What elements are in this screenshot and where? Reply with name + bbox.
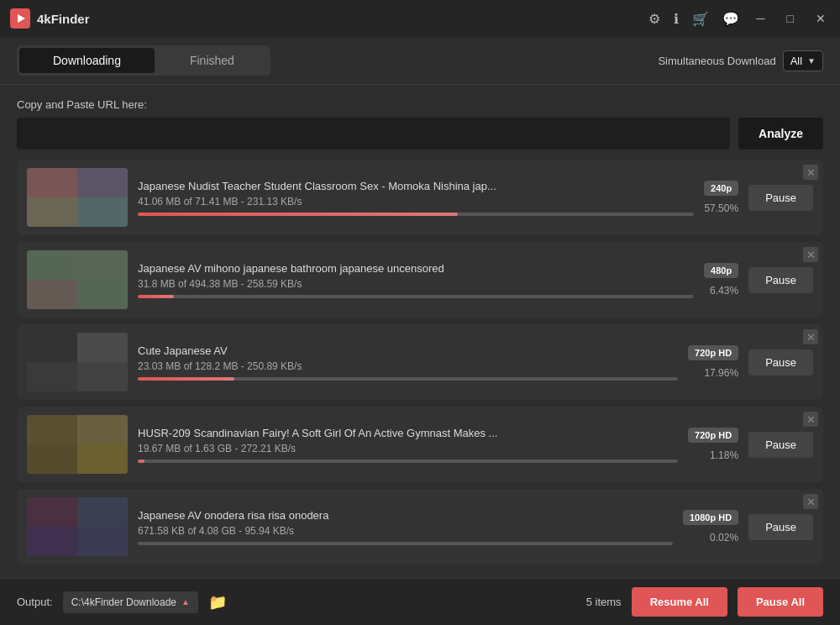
progress-bar-bg	[138, 542, 673, 545]
thumb-q4	[77, 527, 128, 556]
item-size: 19.67 MB of 1.63 GB - 272.21 KB/s	[138, 443, 678, 454]
close-item-button[interactable]: ✕	[803, 247, 818, 262]
pause-button[interactable]: Pause	[748, 267, 813, 293]
maximize-button[interactable]: □	[783, 10, 798, 27]
download-item: Japanese AV onodera risa risa onodera 67…	[17, 489, 823, 565]
thumb-q4	[77, 197, 128, 227]
url-section: Copy and Paste URL here: Analyze	[0, 85, 840, 160]
chevron-down-icon: ▼	[807, 56, 816, 66]
percent-label: 57.50%	[704, 202, 738, 214]
item-info: Japanese AV mihono japanese bathroom jap…	[138, 262, 694, 298]
simultaneous-value: All	[790, 55, 802, 67]
quality-badge: 480p	[704, 263, 738, 278]
item-right: 1080p HD 0.02%	[683, 510, 738, 544]
download-item: Japanese AV mihono japanese bathroom jap…	[17, 242, 823, 318]
progress-bar-bg	[138, 377, 678, 381]
thumb-q1	[27, 415, 77, 444]
item-info: Japanese AV onodera risa risa onodera 67…	[138, 509, 673, 545]
item-title: Cute Japanese AV	[138, 344, 678, 357]
pause-button[interactable]: Pause	[748, 185, 813, 211]
item-right: 480p 6.43%	[704, 263, 738, 297]
thumb-q1	[27, 168, 77, 197]
thumb-q4	[77, 444, 128, 474]
thumb-q3	[27, 444, 77, 474]
item-right: 720p HD 17.96%	[688, 345, 738, 379]
tab-group: Downloading Finished	[17, 45, 270, 76]
simultaneous-select[interactable]: All ▼	[783, 50, 823, 71]
item-title: Japanese AV onodera risa risa onodera	[138, 509, 673, 522]
thumb-q2	[77, 497, 128, 527]
close-item-button[interactable]: ✕	[803, 494, 818, 509]
quality-badge: 720p HD	[688, 345, 738, 360]
url-label: Copy and Paste URL here:	[17, 98, 823, 111]
output-arrow-icon: ▲	[181, 597, 190, 607]
percent-label: 1.18%	[710, 449, 738, 461]
percent-label: 0.02%	[710, 532, 738, 544]
item-info: HUSR-209 Scandinavian Fairy! A Soft Girl…	[138, 427, 678, 463]
title-bar-left: 4kFinder	[10, 8, 90, 29]
progress-bar-fill	[138, 213, 458, 216]
item-right: 720p HD 1.18%	[688, 428, 738, 461]
item-size: 671.58 KB of 4.08 GB - 95.94 KB/s	[138, 525, 673, 537]
simultaneous-label: Simultaneous Download	[658, 55, 775, 67]
item-size: 41.06 MB of 71.41 MB - 231.13 KB/s	[138, 196, 694, 207]
resume-all-button[interactable]: Resume All	[632, 587, 727, 617]
item-thumbnail	[27, 333, 128, 391]
percent-label: 17.96%	[704, 367, 738, 379]
close-item-button[interactable]: ✕	[803, 329, 818, 344]
url-input[interactable]	[17, 118, 730, 150]
minimize-button[interactable]: ─	[753, 10, 769, 27]
output-path[interactable]: C:\4kFinder Downloade ▲	[63, 591, 198, 613]
pause-button[interactable]: Pause	[748, 349, 813, 376]
thumb-q1	[27, 497, 77, 527]
pause-button[interactable]: Pause	[748, 514, 813, 540]
app-title: 4kFinder	[37, 12, 90, 26]
output-path-text: C:\4kFinder Downloade	[71, 596, 176, 608]
settings-icon[interactable]: ⚙	[648, 11, 660, 27]
thumb-q4	[77, 362, 128, 391]
thumb-q3	[27, 197, 77, 227]
tab-downloading[interactable]: Downloading	[19, 48, 155, 73]
thumb-q2	[77, 250, 128, 280]
item-right: 240p 57.50%	[704, 181, 738, 214]
close-button[interactable]: ✕	[811, 10, 830, 27]
thumb-q2	[77, 333, 128, 362]
item-size: 23.03 MB of 128.2 MB - 250.89 KB/s	[138, 360, 678, 372]
progress-bar-bg	[138, 213, 694, 216]
chat-icon[interactable]: 💬	[722, 11, 739, 27]
thumb-q2	[77, 168, 128, 197]
pause-all-button[interactable]: Pause All	[738, 587, 823, 617]
thumb-q1	[27, 250, 77, 280]
item-title: HUSR-209 Scandinavian Fairy! A Soft Girl…	[138, 427, 678, 439]
close-item-button[interactable]: ✕	[803, 412, 818, 427]
download-item: Japanese Nudist Teacher Student Classroo…	[17, 160, 823, 235]
title-bar: 4kFinder ⚙ ℹ 🛒 💬 ─ □ ✕	[0, 0, 840, 37]
thumb-q2	[77, 415, 128, 444]
thumb-q4	[77, 280, 128, 309]
close-item-button[interactable]: ✕	[803, 165, 818, 180]
quality-badge: 1080p HD	[683, 510, 738, 525]
thumb-q3	[27, 362, 77, 391]
thumb-q3	[27, 280, 77, 309]
progress-bar-fill	[138, 460, 144, 463]
analyze-button[interactable]: Analyze	[738, 118, 823, 150]
folder-icon[interactable]: 📁	[208, 593, 227, 612]
url-row: Analyze	[17, 118, 823, 150]
tab-bar: Downloading Finished Simultaneous Downlo…	[0, 37, 840, 85]
tab-finished[interactable]: Finished	[156, 48, 268, 73]
progress-bar-bg	[138, 295, 694, 298]
title-bar-right: ⚙ ℹ 🛒 💬 ─ □ ✕	[648, 10, 830, 27]
pause-button[interactable]: Pause	[748, 432, 813, 458]
download-list: Japanese Nudist Teacher Student Classroo…	[0, 160, 840, 571]
cart-icon[interactable]: 🛒	[692, 11, 709, 27]
item-thumbnail	[27, 168, 128, 227]
progress-bar-fill	[138, 295, 174, 298]
thumb-q1	[27, 333, 77, 362]
item-thumbnail	[27, 250, 128, 309]
item-title: Japanese AV mihono japanese bathroom jap…	[138, 262, 694, 275]
item-info: Japanese Nudist Teacher Student Classroo…	[138, 180, 694, 216]
thumb-q3	[27, 527, 77, 556]
items-count: 5 items	[586, 596, 622, 608]
item-thumbnail	[27, 497, 128, 556]
info-icon[interactable]: ℹ	[674, 11, 679, 27]
